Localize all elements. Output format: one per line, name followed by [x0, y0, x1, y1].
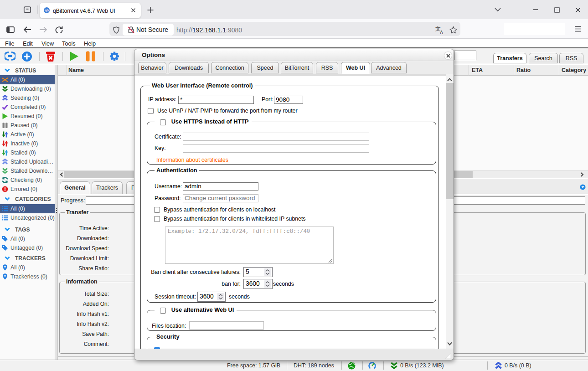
- svg-text:A: A: [440, 30, 443, 35]
